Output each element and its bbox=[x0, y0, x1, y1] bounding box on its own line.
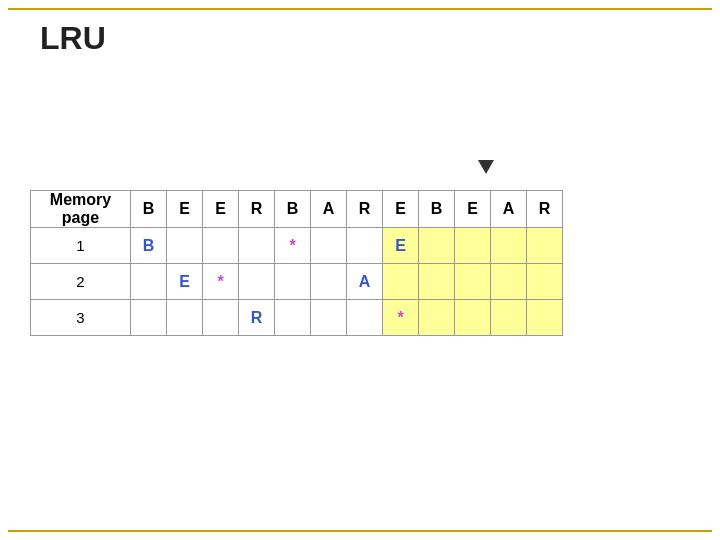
cell-r1-c0 bbox=[131, 264, 167, 300]
column-header-11: R bbox=[527, 191, 563, 228]
cell-r2-c0 bbox=[131, 300, 167, 336]
cell-r1-c2: * bbox=[203, 264, 239, 300]
cell-r0-c8 bbox=[419, 228, 455, 264]
cell-r1-c4 bbox=[275, 264, 311, 300]
page-title: LRU bbox=[40, 20, 106, 57]
cell-r2-c4 bbox=[275, 300, 311, 336]
column-header-4: B bbox=[275, 191, 311, 228]
cell-r0-c1 bbox=[167, 228, 203, 264]
cell-r2-c6 bbox=[347, 300, 383, 336]
cell-r2-c8 bbox=[419, 300, 455, 336]
cell-r0-c10 bbox=[491, 228, 527, 264]
cell-r2-c7: * bbox=[383, 300, 419, 336]
table-row: 3R* bbox=[31, 300, 563, 336]
cell-r1-c1: E bbox=[167, 264, 203, 300]
arrow-container bbox=[0, 160, 720, 174]
header-label: Memory page bbox=[31, 191, 131, 228]
column-header-10: A bbox=[491, 191, 527, 228]
cell-r0-c5 bbox=[311, 228, 347, 264]
cell-r1-c3 bbox=[239, 264, 275, 300]
row-label-0: 1 bbox=[31, 228, 131, 264]
down-arrow-icon bbox=[478, 160, 494, 174]
column-header-0: B bbox=[131, 191, 167, 228]
cell-r0-c4: * bbox=[275, 228, 311, 264]
column-header-6: R bbox=[347, 191, 383, 228]
cell-r2-c1 bbox=[167, 300, 203, 336]
cell-r1-c11 bbox=[527, 264, 563, 300]
column-header-7: E bbox=[383, 191, 419, 228]
row-label-2: 3 bbox=[31, 300, 131, 336]
table-row: 1B*E bbox=[31, 228, 563, 264]
cell-r0-c3 bbox=[239, 228, 275, 264]
cell-r2-c2 bbox=[203, 300, 239, 336]
cell-r0-c7: E bbox=[383, 228, 419, 264]
cell-r0-c11 bbox=[527, 228, 563, 264]
cell-r2-c3: R bbox=[239, 300, 275, 336]
column-header-3: R bbox=[239, 191, 275, 228]
cell-r0-c9 bbox=[455, 228, 491, 264]
cell-r2-c11 bbox=[527, 300, 563, 336]
cell-r1-c10 bbox=[491, 264, 527, 300]
cell-r2-c5 bbox=[311, 300, 347, 336]
lru-table: Memory pageBEERBAREBEAR1B*E2E*A3R* bbox=[30, 190, 563, 336]
cell-r1-c9 bbox=[455, 264, 491, 300]
cell-r2-c9 bbox=[455, 300, 491, 336]
column-header-1: E bbox=[167, 191, 203, 228]
cell-r2-c10 bbox=[491, 300, 527, 336]
row-label-1: 2 bbox=[31, 264, 131, 300]
lru-table-container: Memory pageBEERBAREBEAR1B*E2E*A3R* bbox=[30, 190, 563, 336]
column-header-9: E bbox=[455, 191, 491, 228]
column-header-8: B bbox=[419, 191, 455, 228]
cell-r0-c6 bbox=[347, 228, 383, 264]
cell-r0-c0: B bbox=[131, 228, 167, 264]
arrow-wrapper bbox=[478, 160, 494, 174]
cell-r1-c5 bbox=[311, 264, 347, 300]
table-row: 2E*A bbox=[31, 264, 563, 300]
border-bottom bbox=[8, 530, 712, 532]
column-header-5: A bbox=[311, 191, 347, 228]
column-header-2: E bbox=[203, 191, 239, 228]
cell-r1-c7 bbox=[383, 264, 419, 300]
cell-r1-c6: A bbox=[347, 264, 383, 300]
cell-r1-c8 bbox=[419, 264, 455, 300]
border-top bbox=[8, 8, 712, 10]
cell-r0-c2 bbox=[203, 228, 239, 264]
